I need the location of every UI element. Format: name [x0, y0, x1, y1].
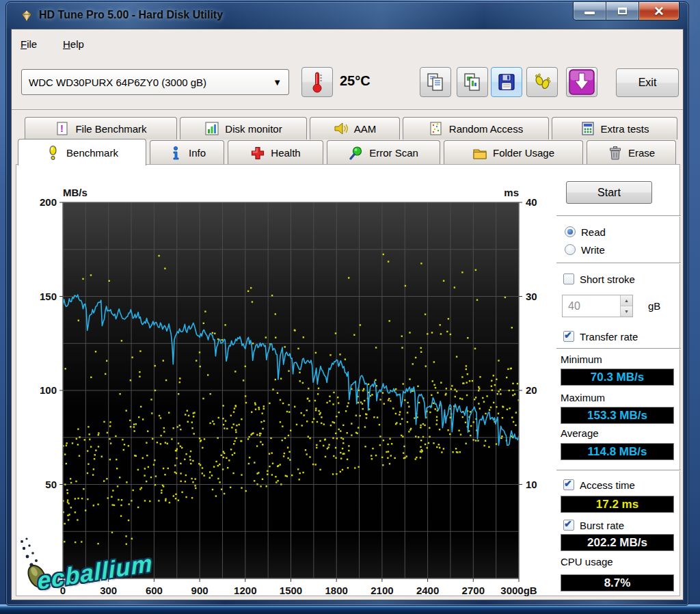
short-stroke-spinner[interactable]: 40 ▲ ▼ [562, 295, 633, 317]
cpu-usage-label: CPU usage [561, 556, 613, 568]
spin-down-icon[interactable]: ▼ [621, 306, 632, 317]
maximize-icon [618, 8, 627, 14]
drive-select-value: WDC WD30PURX 64P6ZY0 (3000 gB) [29, 77, 206, 88]
menu-help[interactable]: Help [63, 38, 84, 50]
separator [556, 263, 681, 264]
info-icon [168, 146, 183, 161]
tab-error-scan[interactable]: Error Scan [327, 140, 440, 165]
left-axis-label: MB/s [63, 187, 88, 198]
tab-label: File Benchmark [75, 123, 146, 135]
window-title: HD Tune Pro 5.00 - Hard Disk Utility [39, 9, 223, 21]
spin-up-icon[interactable]: ▲ [621, 295, 632, 306]
copy-button[interactable] [420, 67, 451, 97]
short-stroke-unit: gB [648, 300, 660, 312]
tab-disk-monitor[interactable]: Disk monitor [180, 117, 307, 139]
close-button[interactable]: ✕ [638, 2, 679, 21]
exit-label: Exit [638, 77, 657, 89]
file-benchmark-icon: ! [55, 121, 70, 136]
tab-extra-tests[interactable]: Extra tests [552, 117, 677, 139]
client-area: File Help WDC WD30PURX 64P6ZY0 (3000 gB)… [11, 29, 684, 600]
folder-icon [472, 146, 487, 161]
save-button[interactable] [491, 67, 522, 97]
x-tick-label: 2700 [462, 585, 485, 596]
extra-tests-icon [580, 121, 595, 136]
right-tick-label: 40 [526, 196, 537, 208]
tab-file-benchmark[interactable]: ! File Benchmark [25, 117, 177, 139]
save-icon [497, 72, 516, 92]
right-tick-label: 30 [526, 291, 537, 302]
average-value: 114.8 MB/s [561, 443, 674, 460]
minimize-button[interactable] [573, 2, 606, 21]
random-access-icon [429, 121, 444, 136]
x-tick-label: 0 [60, 585, 66, 596]
tab-label: Folder Usage [493, 147, 554, 159]
tab-benchmark[interactable]: Benchmark [18, 139, 146, 165]
copy-image-button[interactable] [457, 67, 488, 97]
start-label: Start [597, 187, 621, 199]
temperature-button[interactable] [301, 67, 333, 97]
burst-rate-checkbox[interactable] [563, 520, 574, 531]
tab-label: Random Access [449, 123, 523, 135]
tab-random-access[interactable]: Random Access [403, 117, 549, 139]
tab-label: Disk monitor [225, 123, 282, 135]
copy-icon [425, 72, 446, 92]
x-tick-label: 2400 [416, 585, 439, 596]
tab-erase[interactable]: Erase [587, 140, 676, 165]
short-stroke-value: 40 [563, 295, 620, 317]
tab-label: Error Scan [369, 147, 418, 159]
svg-text:!: ! [60, 122, 64, 134]
toolbar-separator [12, 109, 683, 111]
start-button[interactable]: Start [566, 181, 652, 204]
transfer-rate-label: Transfer rate [580, 331, 638, 343]
burst-rate-label: Burst rate [580, 520, 624, 531]
disk-monitor-icon [204, 121, 219, 136]
exit-button[interactable]: Exit [616, 68, 679, 97]
transfer-rate-checkbox[interactable] [563, 331, 574, 342]
write-label: Write [581, 244, 605, 256]
benchmark-page: 2001501005040302010MB/sms030060090012001… [16, 164, 680, 596]
minimum-value: 70.3 MB/s [561, 369, 674, 386]
access-time-checkbox[interactable] [563, 479, 574, 490]
hd-tune-window: HD Tune Pro 5.00 - Hard Disk Utility ✕ F… [5, 1, 689, 606]
x-tick-label: 2100 [371, 585, 393, 596]
drive-select[interactable]: WDC WD30PURX 64P6ZY0 (3000 gB) ▼ [21, 69, 289, 95]
download-button[interactable] [566, 67, 597, 97]
right-tick-label: 10 [526, 479, 537, 490]
download-arrow-icon [568, 68, 595, 96]
separator [556, 348, 681, 349]
left-tick-label: 100 [40, 384, 57, 396]
tab-label: AAM [354, 123, 377, 135]
x-tick-label: 1200 [234, 585, 256, 596]
tab-label: Erase [628, 147, 655, 159]
tab-info[interactable]: Info [150, 140, 224, 165]
minimize-icon [584, 12, 595, 14]
right-tick-label: 20 [526, 384, 537, 396]
access-time-label: Access time [580, 479, 635, 491]
read-radio[interactable] [565, 226, 576, 237]
thermometer-icon [309, 71, 325, 93]
titlebar[interactable]: HD Tune Pro 5.00 - Hard Disk Utility ✕ [6, 2, 688, 29]
maximize-button[interactable] [606, 2, 638, 21]
error-scan-icon [349, 146, 364, 161]
x-tick-label: 900 [191, 585, 208, 596]
read-label: Read [581, 226, 606, 238]
tab-label: Benchmark [66, 147, 118, 159]
benchmark-chart: 2001501005040302010MB/sms030060090012001… [16, 165, 556, 597]
temperature-value: 25°C [340, 73, 371, 89]
tab-folder-usage[interactable]: Folder Usage [444, 140, 583, 165]
chevron-down-icon: ▼ [273, 77, 282, 88]
x-tick-label: 3000gB [500, 585, 537, 596]
short-stroke-checkbox[interactable] [563, 273, 574, 284]
tab-aam[interactable]: AAM [310, 117, 400, 139]
write-radio[interactable] [565, 244, 576, 255]
right-axis-label: ms [504, 187, 519, 198]
tab-health[interactable]: Health [228, 140, 323, 165]
desktop-taskbar-edge [0, 604, 700, 614]
menu-file[interactable]: File [21, 38, 37, 50]
benchmark-icon [46, 145, 61, 160]
export-button[interactable] [526, 67, 558, 97]
tab-label: Health [271, 147, 300, 159]
left-tick-label: 150 [40, 291, 57, 302]
average-label: Average [561, 427, 599, 439]
footprints-icon [532, 72, 552, 92]
